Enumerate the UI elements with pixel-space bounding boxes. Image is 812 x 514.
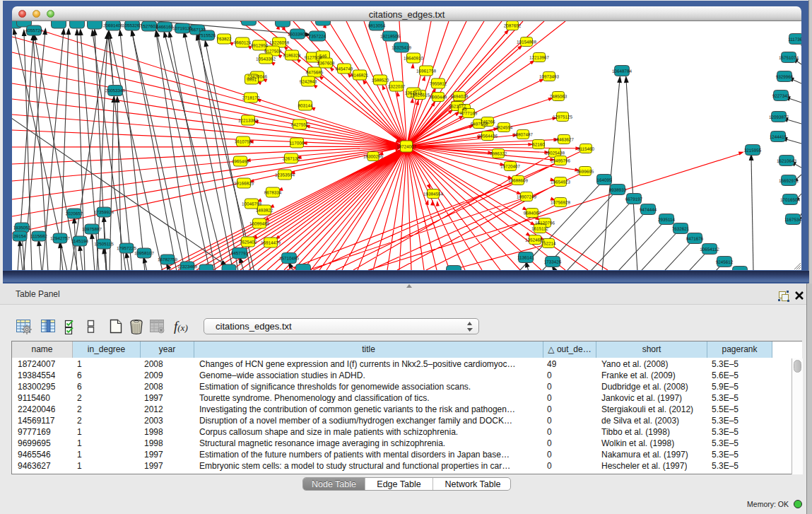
svg-text:19654923: 19654923	[551, 180, 571, 185]
svg-text:18907249: 18907249	[517, 195, 537, 200]
svg-text:8454749: 8454749	[336, 66, 353, 71]
svg-text:546: 546	[319, 54, 327, 59]
svg-text:7625402: 7625402	[240, 240, 257, 245]
svg-text:164095: 164095	[596, 178, 612, 183]
svg-text:19166825: 19166825	[234, 181, 254, 186]
svg-text:20564436: 20564436	[478, 134, 498, 139]
svg-text:746266: 746266	[481, 120, 496, 125]
svg-text:3267130: 3267130	[283, 156, 300, 161]
svg-text:1615112: 1615112	[531, 227, 549, 232]
svg-text:1588520: 1588520	[372, 78, 389, 83]
svg-text:252214: 252214	[541, 242, 556, 247]
svg-text:2367608: 2367608	[317, 61, 335, 66]
svg-text:1667133: 1667133	[189, 28, 206, 33]
svg-text:803144: 803144	[298, 103, 314, 108]
svg-text:12942757: 12942757	[50, 236, 71, 241]
svg-text:9127503: 9127503	[264, 49, 282, 54]
svg-text:10648784: 10648784	[612, 69, 632, 74]
svg-text:10688609: 10688609	[508, 179, 529, 184]
svg-text:16120796: 16120796	[535, 221, 555, 226]
svg-text:1965493: 1965493	[232, 159, 249, 164]
svg-text:12093877: 12093877	[769, 115, 789, 120]
svg-text:12213967: 12213967	[529, 56, 550, 61]
svg-text:8938933: 8938933	[609, 188, 627, 193]
svg-text:18463627: 18463627	[554, 138, 575, 143]
svg-text:9146821: 9146821	[351, 73, 369, 78]
svg-text:10654112: 10654112	[700, 247, 719, 252]
svg-text:1493822: 1493822	[256, 208, 273, 213]
svg-text:9329966: 9329966	[776, 75, 794, 80]
svg-text:2935114: 2935114	[658, 218, 676, 223]
svg-text:7955812: 7955812	[430, 82, 447, 87]
svg-text:1145194: 1145194	[71, 239, 89, 244]
svg-text:19384554: 19384554	[423, 192, 444, 197]
svg-text:1610755: 1610755	[235, 139, 252, 144]
svg-text:9891: 9891	[247, 77, 257, 82]
svg-text:1136141: 1136141	[517, 256, 535, 261]
svg-text:3215955: 3215955	[744, 148, 762, 153]
svg-text:20691406: 20691406	[103, 23, 124, 28]
svg-text:7986322: 7986322	[490, 152, 507, 157]
svg-text:10756928: 10756928	[551, 201, 571, 206]
svg-text:763822: 763822	[217, 37, 233, 42]
svg-text:12323468: 12323468	[177, 264, 198, 269]
svg-text:2020657: 2020657	[66, 211, 83, 216]
svg-text:8186328: 8186328	[283, 53, 301, 58]
svg-text:10975887: 10975887	[82, 227, 102, 232]
svg-text:6466160: 6466160	[156, 25, 174, 30]
svg-text:2087652: 2087652	[504, 24, 522, 29]
svg-text:9457791: 9457791	[231, 251, 249, 256]
svg-text:15710485: 15710485	[279, 256, 300, 261]
svg-text:16914479: 16914479	[261, 240, 281, 245]
svg-text:13325419: 13325419	[392, 45, 412, 50]
svg-text:12505115: 12505115	[94, 242, 114, 247]
svg-text:9777169: 9777169	[460, 112, 478, 117]
svg-text:12353594: 12353594	[275, 173, 295, 177]
svg-text:17016504: 17016504	[780, 198, 801, 203]
svg-text:8427552: 8427552	[291, 122, 309, 127]
svg-text:18640910: 18640910	[404, 56, 424, 61]
svg-text:16782759: 16782759	[158, 257, 178, 262]
svg-text:9660124: 9660124	[234, 40, 252, 45]
svg-text:17957225: 17957225	[117, 246, 137, 251]
svg-text:4055724: 4055724	[25, 28, 43, 33]
svg-text:10543382: 10543382	[256, 57, 276, 62]
svg-text:9474444: 9474444	[640, 208, 657, 213]
svg-text:13495796: 13495796	[551, 159, 571, 164]
svg-text:10807487: 10807487	[513, 133, 534, 138]
svg-text:7357224: 7357224	[309, 34, 326, 39]
svg-text:1935051: 1935051	[13, 226, 31, 230]
svg-text:6494028: 6494028	[451, 95, 469, 100]
svg-text:8471676: 8471676	[686, 237, 704, 242]
svg-text:7632621: 7632621	[672, 227, 690, 232]
svg-text:16961758: 16961758	[416, 69, 437, 74]
svg-text:20053346: 20053346	[105, 88, 126, 93]
svg-text:12975125: 12975125	[553, 115, 573, 120]
svg-text:1244415: 1244415	[770, 135, 787, 140]
svg-text:62160: 62160	[532, 143, 545, 148]
svg-text:15692971: 15692971	[779, 179, 799, 184]
svg-text:8813054: 8813054	[368, 23, 386, 28]
svg-text:8475685: 8475685	[306, 70, 324, 75]
svg-text:19218506: 19218506	[380, 34, 401, 39]
svg-text:13626615: 13626615	[410, 93, 430, 98]
svg-text:10046798: 10046798	[242, 201, 262, 206]
svg-text:3824554: 3824554	[495, 126, 513, 131]
svg-text:1167534: 1167534	[784, 218, 801, 223]
svg-text:1733426: 1733426	[544, 260, 562, 265]
svg-text:17359924: 17359924	[94, 210, 114, 215]
svg-text:117006: 117006	[290, 141, 305, 146]
svg-text:18300295: 18300295	[363, 154, 384, 159]
svg-text:10025438: 10025438	[545, 151, 565, 156]
svg-text:16099489: 16099489	[249, 221, 270, 226]
svg-text:39154: 39154	[13, 234, 26, 239]
svg-text:9684067: 9684067	[524, 211, 541, 216]
svg-text:8990448: 8990448	[430, 95, 447, 100]
svg-text:10973493: 10973493	[539, 75, 560, 80]
svg-text:10958107: 10958107	[134, 251, 155, 256]
svg-text:13226058: 13226058	[269, 40, 290, 45]
svg-text:9227343: 9227343	[772, 94, 790, 99]
svg-text:10553267: 10553267	[122, 23, 143, 28]
svg-text:2718170: 2718170	[242, 95, 260, 100]
svg-text:7515526: 7515526	[199, 33, 216, 38]
